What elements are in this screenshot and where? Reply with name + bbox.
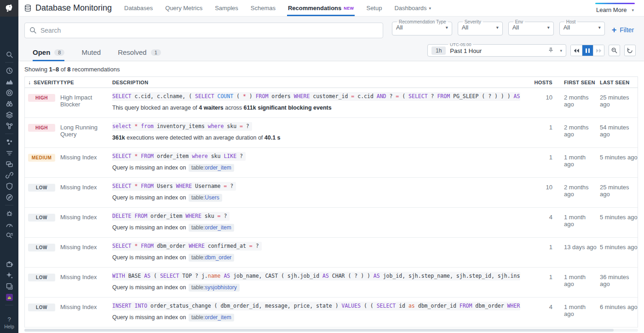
filter-env[interactable]: EnvAll▾ xyxy=(508,19,554,35)
synthetics-link-icon[interactable] xyxy=(0,169,18,181)
last-seen: 25 minutes ago xyxy=(597,178,638,207)
ci-target-icon[interactable] xyxy=(0,87,18,98)
sql-snippet[interactable]: SELECT * FROM Users WHERE Username = ? xyxy=(112,182,236,191)
filter-severity[interactable]: SeverityAll▾ xyxy=(458,19,503,35)
horizontal-scrollbar[interactable] xyxy=(24,329,638,332)
pin-icon[interactable] xyxy=(548,47,554,55)
add-filter-button[interactable]: + Filter xyxy=(612,26,634,34)
integrations-puzzle-icon[interactable] xyxy=(0,258,18,269)
serverless-compass-icon[interactable] xyxy=(0,192,18,203)
sql-snippet[interactable]: DELETE FROM order_item WHERE sku = ? xyxy=(112,212,230,221)
recommendation-description: 361k executions were detected with an av… xyxy=(112,134,523,141)
processes-dots-icon[interactable] xyxy=(0,136,18,147)
scrollbar-thumb[interactable] xyxy=(24,329,614,332)
severity-badge: LOW xyxy=(28,184,55,192)
table-tag[interactable]: table:order_item xyxy=(189,224,234,232)
sql-snippet[interactable]: select * from inventory_items where sku … xyxy=(112,122,252,131)
first-seen: 2 months ago xyxy=(552,118,597,147)
filter-recommendation-type[interactable]: Recommendation TypeAll▾ xyxy=(392,19,452,35)
nav-setup[interactable]: Setup xyxy=(366,0,382,16)
tab-muted[interactable]: Muted xyxy=(81,48,101,61)
apm-service-map-icon[interactable] xyxy=(0,120,18,131)
learn-more-button[interactable]: Learn More ▾ xyxy=(595,3,635,13)
time-range-chip[interactable]: 1h xyxy=(431,47,446,55)
recommendation-row[interactable]: LOWMissing IndexSELECT * FROM dbm_order … xyxy=(25,238,638,268)
search-icon xyxy=(29,26,37,36)
fast-forward-button[interactable] xyxy=(593,45,604,56)
severity-badge: LOW xyxy=(28,274,55,281)
history-icon[interactable] xyxy=(0,65,18,76)
table-tag[interactable]: table:Users xyxy=(189,194,222,202)
help-button[interactable]: ? Help xyxy=(0,316,18,333)
top-bar: Database Monitoring DatabasesQuery Metri… xyxy=(18,0,644,17)
workflow-copy-icon[interactable] xyxy=(0,280,18,292)
log-search-icon[interactable] xyxy=(0,230,18,241)
search-icon[interactable] xyxy=(0,49,18,60)
sql-snippet[interactable]: SELECT * FROM order_item where sku LIKE … xyxy=(112,152,246,161)
search-input[interactable] xyxy=(24,23,383,38)
recommendation-type: Missing Index xyxy=(60,268,112,297)
rum-windows-icon[interactable] xyxy=(0,158,18,169)
recommendation-row[interactable]: HIGHLong Running Queryselect * from inve… xyxy=(25,118,638,148)
nav-databases[interactable]: Databases xyxy=(124,0,153,16)
help-label: Help xyxy=(0,324,18,329)
datadog-logo[interactable] xyxy=(0,0,18,17)
nav-query-metrics[interactable]: Query Metrics xyxy=(165,0,202,16)
recommendation-row[interactable]: LOWMissing IndexINSERT INTO order_status… xyxy=(25,298,638,327)
security-shield-icon[interactable] xyxy=(0,181,18,192)
rewind-button[interactable] xyxy=(571,45,582,56)
recommendation-row[interactable]: LOWMissing IndexWITH BASE AS ( SELECT TO… xyxy=(25,268,638,298)
pause-button[interactable] xyxy=(582,45,593,56)
nav-schemas[interactable]: Schemas xyxy=(251,0,276,16)
page-title: Database Monitoring xyxy=(35,3,112,13)
sql-snippet[interactable]: SELECT c.cid, c.clname, ( SELECT COUNT (… xyxy=(112,92,520,101)
ai-sparkles-icon[interactable] xyxy=(0,269,18,280)
time-controls: UTC-05:00 1h Past 1 Hour ▾ xyxy=(427,42,636,57)
database-icon xyxy=(24,4,32,12)
column-header-hosts[interactable]: HOSTS xyxy=(529,80,552,85)
time-range-picker[interactable]: UTC-05:00 1h Past 1 Hour ▾ xyxy=(427,42,566,57)
first-seen: 1 month ago xyxy=(552,208,597,237)
recommendation-row[interactable]: HIGHHigh Impact BlockerSELECT c.cid, c.c… xyxy=(25,88,638,118)
nav-recommendations[interactable]: RecommendationsNEW xyxy=(288,0,354,16)
infrastructure-layers-icon[interactable] xyxy=(0,109,18,120)
column-header-type[interactable]: TYPE xyxy=(60,80,112,85)
log-pipeline-filter-icon[interactable] xyxy=(0,147,18,158)
app-sidebar: ? Help xyxy=(0,0,18,333)
bits-game-icon[interactable] xyxy=(0,292,18,303)
table-tag[interactable]: table:order_item xyxy=(189,314,234,321)
sql-snippet[interactable]: SELECT * FROM dbm_order WHERE confirmed_… xyxy=(112,242,262,251)
last-seen: 54 minutes ago xyxy=(597,118,638,147)
performance-gauge-icon[interactable] xyxy=(0,219,18,230)
metrics-chart-icon[interactable] xyxy=(0,76,18,87)
filter-host[interactable]: HostAll▾ xyxy=(559,19,605,35)
recommendation-row[interactable]: LOWMissing IndexSELECT * FROM Users WHER… xyxy=(25,178,638,208)
nav-dashboards[interactable]: Dashboards▾ xyxy=(394,0,431,16)
column-header-description[interactable]: DESCRIPTION xyxy=(112,80,529,85)
zoom-out-button[interactable] xyxy=(609,45,620,56)
recommendations-content: Showing 1–8 of 8 recommendations ↓ SEVER… xyxy=(18,61,644,333)
table-tag[interactable]: table:sysjobhistory xyxy=(189,284,240,292)
recommendation-type: Missing Index xyxy=(60,298,112,327)
sql-snippet[interactable]: WITH BASE AS ( SELECT TOP ? j.name AS jo… xyxy=(112,272,520,280)
error-tracking-bug-icon[interactable] xyxy=(0,208,18,219)
tab-open[interactable]: Open8 xyxy=(33,48,64,61)
playback-controls xyxy=(570,45,604,56)
table-tag[interactable]: table:dbm_order xyxy=(189,254,234,262)
severity-badge: LOW xyxy=(28,214,55,222)
tab-resolved[interactable]: Resolved1 xyxy=(118,48,161,61)
column-header-severity[interactable]: ↓ SEVERITY xyxy=(25,79,60,86)
sql-snippet[interactable]: INSERT INTO order_status_change ( dbm_or… xyxy=(112,302,520,310)
nav-samples[interactable]: Samples xyxy=(215,0,238,16)
recommendation-row[interactable]: MEDIUMMissing IndexSELECT * FROM order_i… xyxy=(25,148,638,178)
chevron-down-icon[interactable]: ▾ xyxy=(560,48,562,53)
column-header-last-seen[interactable]: LAST SEEN xyxy=(597,80,638,85)
recommendation-description: This query blocked an average of 4 waite… xyxy=(112,105,523,111)
table-tag[interactable]: table:order_item xyxy=(189,164,234,172)
watchdog-binoculars-icon[interactable] xyxy=(0,98,18,109)
refresh-button[interactable] xyxy=(624,45,636,56)
column-header-first-seen[interactable]: FIRST SEEN xyxy=(552,80,597,85)
recommendation-type: High Impact Blocker xyxy=(60,88,112,117)
learn-more-gradient xyxy=(595,3,635,4)
recommendation-row[interactable]: LOWMissing IndexDELETE FROM order_item W… xyxy=(25,208,638,238)
